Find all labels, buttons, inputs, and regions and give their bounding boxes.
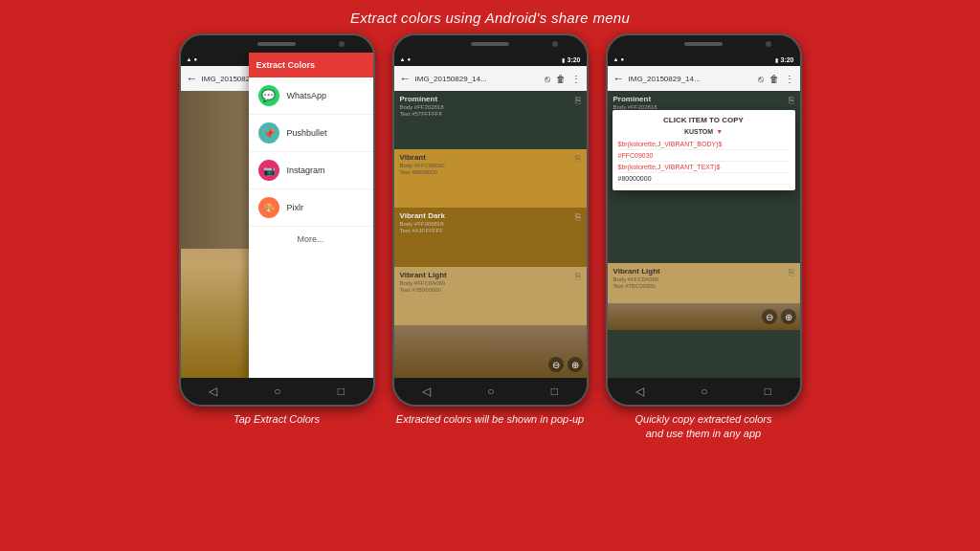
- phone2-status-bar: ▲ ● ▮ 3:20: [394, 53, 587, 66]
- battery-icon: ▮: [775, 56, 778, 63]
- phone3-bottom-bar: ◁ ○ □: [608, 378, 800, 405]
- share-icon[interactable]: ⎋: [758, 74, 764, 84]
- phone2-app-bar: ← IMG_20150829_14... ⎋ 🗑 ⋮: [394, 66, 587, 91]
- wifi-icon: ●: [193, 56, 197, 62]
- recent-nav-btn[interactable]: □: [551, 385, 558, 398]
- pixlr-icon: 🎨: [258, 197, 279, 218]
- swatch-vibrant-dark-text: Text #A1FFFFFF: [400, 228, 445, 233]
- home-nav-btn[interactable]: ○: [487, 385, 494, 398]
- phone3-speaker: [684, 42, 723, 46]
- phone1-wrapper: ▲ ● ▮ 3:20 ← IMG_20150829_14... Extract …: [179, 33, 375, 434]
- back-nav-btn[interactable]: ◁: [422, 385, 431, 398]
- zoom-out-btn[interactable]: ⊖: [762, 309, 777, 324]
- signal-icon: ▲: [400, 56, 406, 62]
- swatch-vibrant-dark-body: Body #FF906818: [400, 221, 445, 227]
- phone3-camera: [766, 41, 771, 47]
- phone2-wrapper: ▲ ● ▮ 3:20 ← IMG_20150829_14... ⎋ 🗑 ⋮: [392, 33, 589, 434]
- phone3-screen: ▲ ● ▮ 3:20 ← IMG_20150829_14... ⎋ 🗑 ⋮: [608, 53, 800, 378]
- recent-nav-btn[interactable]: □: [338, 385, 345, 398]
- swatch-prominent-text: Text #57FFFFFF: [400, 111, 444, 117]
- swatch-vibrant-text: Text #8000000: [400, 169, 445, 175]
- copy-icon[interactable]: ⎘: [575, 271, 581, 281]
- copy-icon[interactable]: ⎘: [789, 267, 794, 277]
- copy-icon[interactable]: ⎘: [789, 95, 794, 105]
- instagram-icon: 📷: [258, 160, 279, 181]
- swatch-prominent-body: Body #FF202818: [400, 104, 444, 110]
- swatch-prominent-name: Prominent: [400, 95, 444, 103]
- swatch-vibrant-name: Vibrant: [400, 153, 445, 162]
- color-list: Prominent Body #FF202818 Text #57FFFFFF …: [394, 91, 587, 378]
- phone3-wrapper: ▲ ● ▮ 3:20 ← IMG_20150829_14... ⎋ 🗑 ⋮: [606, 33, 802, 450]
- swatch-vibrant-light[interactable]: Vibrant Light Body #FFC0A060 Text #7BC00…: [608, 263, 800, 303]
- share-more-btn[interactable]: More...: [249, 227, 373, 252]
- phone2-top-bar: [394, 35, 587, 53]
- wifi-icon: ●: [620, 56, 624, 62]
- zoom-in-btn[interactable]: ⊕: [781, 309, 796, 324]
- copy-dialog-format: KUSTOM ▼: [618, 128, 790, 135]
- back-nav-btn[interactable]: ◁: [209, 385, 217, 398]
- back-nav-btn[interactable]: ◁: [635, 385, 644, 398]
- share-item-whatsapp[interactable]: 💬 WhatsApp: [249, 77, 373, 115]
- swatch-vibrant-light-name: Vibrant Light: [613, 267, 660, 276]
- back-arrow-icon[interactable]: ←: [187, 72, 198, 85]
- copy-item-1[interactable]: #FFC09030: [618, 150, 790, 162]
- phone3-caption: Quickly copy extracted colors and use th…: [635, 412, 771, 442]
- pushbullet-icon: 📌: [258, 122, 279, 143]
- phone2-caption: Extracted colors will be shown in pop-up: [396, 412, 584, 427]
- phone3: ▲ ● ▮ 3:20 ← IMG_20150829_14... ⎋ 🗑 ⋮: [606, 33, 802, 407]
- format-dropdown[interactable]: ▼: [716, 128, 723, 135]
- recent-nav-btn[interactable]: □: [765, 385, 771, 398]
- whatsapp-label: WhatsApp: [287, 91, 327, 100]
- whatsapp-icon: 💬: [258, 85, 279, 106]
- swatch-vibrant-light-body: Body #FFC0A060: [400, 280, 447, 286]
- pixlr-label: Pixlr: [287, 203, 304, 212]
- format-label: KUSTOM: [684, 128, 713, 135]
- share-icon[interactable]: ⎋: [545, 74, 550, 84]
- page-title: Extract colors using Android's share men…: [350, 10, 630, 26]
- swatch-vibrant-dark-name: Vibrant Dark: [400, 211, 445, 220]
- battery-icon: ▮: [562, 56, 565, 63]
- zoom-controls: ⊖ ⊕: [762, 309, 796, 324]
- swatch-vibrant-light-name: Vibrant Light: [400, 271, 447, 279]
- phones-container: ▲ ● ▮ 3:20 ← IMG_20150829_14... Extract …: [179, 33, 802, 551]
- swatch-vibrant[interactable]: Vibrant Body #FFC09030 Text #8000000 ⎘: [394, 149, 587, 208]
- back-arrow-icon[interactable]: ←: [613, 72, 625, 85]
- swatch-prominent[interactable]: Prominent Body #FF202818 Text #57FFFFFF …: [394, 91, 587, 149]
- bottom-swatch-area: Vibrant Light Body #FFC0A060 Text #7BC00…: [608, 263, 800, 330]
- swatch-vibrant-dark[interactable]: Vibrant Dark Body #FF906818 Text #A1FFFF…: [394, 208, 587, 266]
- copy-icon[interactable]: ⎘: [575, 211, 581, 222]
- phone2-speaker: [471, 42, 509, 46]
- zoom-in-btn[interactable]: ⊕: [568, 357, 583, 372]
- app-bar-title: IMG_20150829_14...: [629, 75, 752, 83]
- copy-icon[interactable]: ⎘: [575, 95, 581, 105]
- phone2-screen: ▲ ● ▮ 3:20 ← IMG_20150829_14... ⎋ 🗑 ⋮: [394, 53, 587, 378]
- phone1-top-bar: [181, 35, 373, 53]
- delete-icon[interactable]: 🗑: [556, 74, 566, 84]
- copy-item-2[interactable]: $br(kolorette,J_VIBRANT_TEXT)$: [618, 162, 790, 173]
- copy-icon[interactable]: ⎘: [575, 153, 581, 164]
- phone1-camera: [339, 41, 345, 47]
- swatch-prominent-name: Prominent: [613, 95, 657, 103]
- signal-icon: ▲: [613, 56, 619, 62]
- phone1-speaker: [257, 42, 296, 46]
- phone1: ▲ ● ▮ 3:20 ← IMG_20150829_14... Extract …: [179, 33, 375, 407]
- home-nav-btn[interactable]: ○: [274, 385, 280, 398]
- zoom-out-btn[interactable]: ⊖: [548, 357, 564, 372]
- share-item-pixlr[interactable]: 🎨 Pixlr: [249, 189, 373, 227]
- share-overlay: Extract Colors 💬 WhatsApp 📌 Pushbullet: [249, 53, 373, 378]
- phone2-camera: [552, 41, 558, 47]
- copy-item-0[interactable]: $br(kolorette,J_VIBRANT_BODY)$: [618, 139, 790, 150]
- share-item-pushbullet[interactable]: 📌 Pushbullet: [249, 115, 373, 152]
- back-arrow-icon[interactable]: ←: [400, 72, 412, 85]
- swatch-vibrant-light[interactable]: Vibrant Light Body #FFC0A060 Text #7B000…: [394, 267, 587, 325]
- phone1-caption: Tap Extract Colors: [234, 412, 320, 427]
- share-item-instagram[interactable]: 📷 Instagram: [249, 152, 373, 189]
- more-icon[interactable]: ⋮: [571, 74, 581, 84]
- copy-item-3[interactable]: #80000000: [618, 173, 790, 185]
- more-icon[interactable]: ⋮: [785, 74, 794, 84]
- zoom-controls: ⊖ ⊕: [548, 357, 583, 372]
- phone1-screen: ▲ ● ▮ 3:20 ← IMG_20150829_14... Extract …: [181, 53, 373, 378]
- phone3-top-bar: [608, 35, 800, 53]
- delete-icon[interactable]: 🗑: [769, 74, 779, 84]
- home-nav-btn[interactable]: ○: [701, 385, 707, 398]
